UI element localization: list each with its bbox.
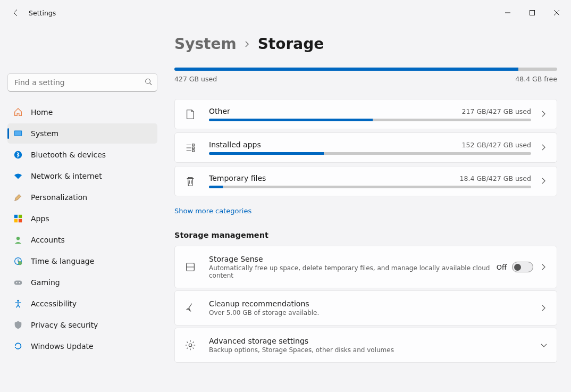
svg-rect-6 — [19, 215, 22, 218]
sidebar-item-label: System — [31, 129, 58, 138]
mgmt-title: Storage Sense — [209, 255, 497, 263]
category-title: Installed apps — [209, 140, 261, 149]
svg-point-14 — [19, 282, 20, 283]
svg-point-9 — [16, 237, 20, 240]
sidebar-item-time-language[interactable]: Time & language — [7, 251, 157, 271]
mgmt-title: Cleanup recommendations — [209, 299, 541, 308]
chevron-right-icon — [541, 262, 547, 272]
mgmt-subtitle: Over 5.00 GB of storage available. — [209, 309, 541, 316]
sidebar-item-system[interactable]: System — [7, 123, 157, 144]
system-icon — [13, 128, 23, 139]
chevron-right-icon — [541, 176, 547, 186]
gaming-icon — [13, 277, 23, 288]
sidebar-item-label: Windows Update — [31, 342, 94, 351]
chevron-right-icon — [541, 303, 547, 313]
sidebar-item-personalization[interactable]: Personalization — [7, 187, 157, 207]
close-icon — [554, 10, 559, 15]
installed-apps-icon — [184, 142, 196, 154]
sidebar-item-windows-update[interactable]: Windows Update — [7, 336, 157, 356]
storage-sense-toggle[interactable]: Off — [497, 262, 533, 272]
apps-icon — [13, 213, 23, 224]
category-other[interactable]: Other 217 GB/427 GB used — [174, 99, 557, 129]
sidebar-item-label: Accounts — [31, 236, 65, 244]
personalization-icon — [13, 192, 23, 203]
sidebar-item-bluetooth[interactable]: Bluetooth & devices — [7, 145, 157, 165]
sidebar-item-label: Personalization — [31, 193, 87, 202]
network-icon — [13, 171, 23, 181]
chevron-right-icon — [244, 38, 250, 49]
broom-icon — [184, 302, 196, 314]
svg-rect-8 — [19, 219, 22, 222]
sidebar-item-home[interactable]: Home — [7, 102, 157, 122]
storage-total-fill — [174, 68, 518, 71]
arrow-left-icon — [12, 9, 20, 17]
category-detail: 217 GB/427 GB used — [462, 107, 531, 115]
svg-rect-3 — [15, 131, 22, 136]
category-installed-apps[interactable]: Installed apps 152 GB/427 GB used — [174, 132, 557, 163]
svg-point-20 — [189, 344, 192, 347]
other-icon — [184, 109, 196, 120]
gear-icon — [184, 339, 196, 351]
advanced-storage-row[interactable]: Advanced storage settings Backup options… — [174, 328, 557, 363]
minimize-button[interactable] — [496, 4, 520, 21]
sidebar-item-privacy[interactable]: Privacy & security — [7, 315, 157, 335]
category-detail: 18.4 GB/427 GB used — [460, 174, 531, 182]
svg-rect-18 — [192, 149, 195, 152]
back-button[interactable] — [7, 4, 24, 21]
storage-total-bar — [174, 68, 557, 71]
time-icon — [13, 256, 23, 266]
category-title: Other — [209, 107, 230, 115]
chevron-down-icon — [541, 340, 547, 351]
accounts-icon — [13, 235, 23, 245]
category-temporary-files[interactable]: Temporary files 18.4 GB/427 GB used — [174, 166, 557, 196]
category-detail: 152 GB/427 GB used — [462, 141, 531, 149]
sidebar-item-network[interactable]: Network & internet — [7, 166, 157, 186]
svg-rect-7 — [14, 219, 18, 222]
update-icon — [13, 341, 23, 352]
svg-rect-17 — [192, 147, 195, 149]
storage-management-heading: Storage management — [174, 231, 557, 239]
sidebar-item-label: Time & language — [31, 257, 94, 265]
trash-icon — [184, 176, 196, 187]
mgmt-subtitle: Backup options, Storage Spaces, other di… — [209, 346, 541, 354]
toggle-state-label: Off — [497, 263, 507, 271]
storage-used-label: 427 GB used — [174, 75, 217, 83]
svg-point-1 — [146, 79, 150, 84]
chevron-right-icon — [541, 143, 547, 153]
home-icon — [13, 107, 23, 118]
category-bar — [209, 152, 531, 155]
close-button[interactable] — [544, 4, 569, 21]
svg-rect-5 — [14, 215, 18, 218]
storage-sense-row[interactable]: Storage Sense Automatically free up spac… — [174, 246, 557, 288]
breadcrumb: System Storage — [174, 35, 557, 53]
cleanup-recommendations-row[interactable]: Cleanup recommendations Over 5.00 GB of … — [174, 290, 557, 326]
svg-rect-16 — [192, 144, 195, 146]
svg-rect-12 — [14, 280, 22, 285]
sidebar-item-label: Apps — [31, 214, 49, 223]
mgmt-title: Advanced storage settings — [209, 337, 541, 345]
sidebar-item-label: Bluetooth & devices — [31, 151, 106, 159]
window-title: Settings — [29, 9, 56, 17]
chevron-right-icon — [541, 109, 547, 119]
bluetooth-icon — [13, 149, 23, 160]
sidebar-item-label: Accessibility — [31, 299, 77, 308]
sidebar-item-accessibility[interactable]: Accessibility — [7, 294, 157, 314]
search-input[interactable] — [7, 73, 157, 91]
search-icon — [145, 78, 152, 88]
maximize-icon — [530, 10, 535, 15]
privacy-icon — [13, 320, 23, 330]
sidebar-item-apps[interactable]: Apps — [7, 208, 157, 229]
sidebar-item-gaming[interactable]: Gaming — [7, 272, 157, 293]
sidebar-item-accounts[interactable]: Accounts — [7, 230, 157, 250]
sidebar-item-label: Network & internet — [31, 172, 102, 180]
category-bar — [209, 119, 531, 121]
toggle-switch — [512, 262, 533, 272]
minimize-icon — [505, 10, 510, 15]
show-more-categories-link[interactable]: Show more categories — [174, 207, 251, 215]
storage-sense-icon — [184, 261, 196, 273]
breadcrumb-parent[interactable]: System — [174, 35, 237, 53]
maximize-button[interactable] — [520, 4, 544, 21]
svg-point-15 — [17, 300, 19, 302]
breadcrumb-current: Storage — [258, 35, 324, 53]
sidebar-item-label: Privacy & security — [31, 321, 98, 329]
